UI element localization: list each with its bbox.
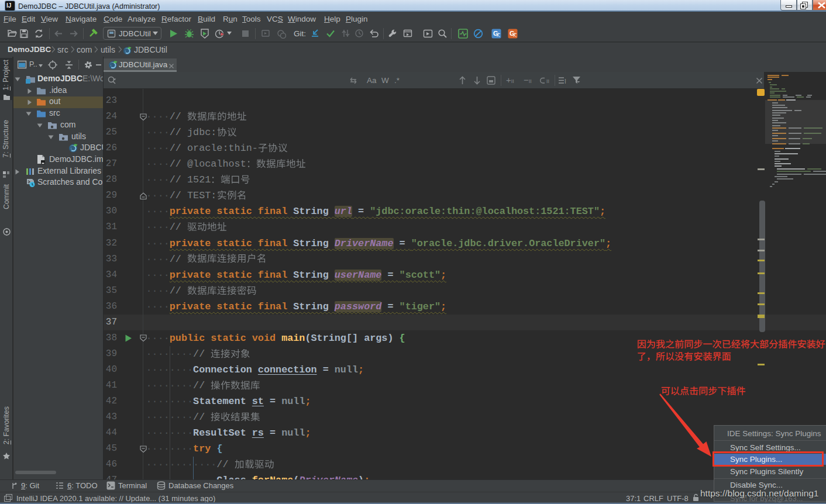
svg-text:I: I: [565, 78, 566, 84]
